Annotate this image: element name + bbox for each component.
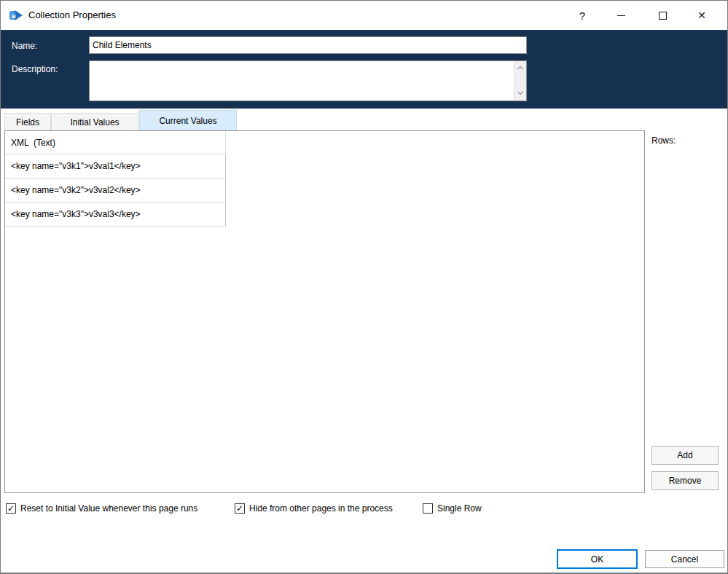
maximize-icon bbox=[659, 12, 667, 20]
checkbox-single-row[interactable]: Single Row bbox=[423, 503, 482, 514]
title-bar: B Collection Properties ? ✕ bbox=[1, 1, 727, 30]
rows-label: Rows: bbox=[651, 135, 676, 146]
column-header[interactable]: XML (Text) bbox=[5, 131, 226, 154]
minimize-icon bbox=[617, 15, 625, 16]
grid-row[interactable]: <key name="v3k2">v3val2</key> bbox=[5, 178, 226, 203]
current-values-grid: XML (Text) <key name="v3k1">v3val1</key>… bbox=[4, 130, 645, 493]
tab-fields[interactable]: Fields bbox=[4, 113, 51, 130]
svg-text:B: B bbox=[12, 13, 16, 20]
minimize-button[interactable] bbox=[603, 1, 639, 30]
checkbox-reset-to-initial-value[interactable]: ✓ Reset to Initial Value whenever this p… bbox=[6, 503, 197, 514]
tab-initial-values[interactable]: Initial Values bbox=[51, 113, 138, 130]
maximize-button[interactable] bbox=[644, 1, 681, 30]
grid-row[interactable]: <key name="v3k1">v3val1</key> bbox=[5, 154, 226, 178]
help-icon: ? bbox=[579, 9, 585, 22]
tab-label: Fields bbox=[16, 117, 39, 127]
properties-header: Name: Description: bbox=[1, 30, 727, 109]
help-button[interactable]: ? bbox=[564, 1, 600, 30]
name-label: Name: bbox=[12, 41, 37, 51]
cancel-button[interactable]: Cancel bbox=[645, 550, 724, 568]
app-logo-icon: B bbox=[9, 8, 23, 23]
collection-properties-dialog: B Collection Properties ? ✕ Name: Descri… bbox=[0, 0, 728, 574]
checkbox-label: Reset to Initial Value whenever this pag… bbox=[20, 503, 197, 514]
tab-strip: Fields Initial Values Current Values bbox=[1, 109, 727, 130]
checkbox-label: Hide from other pages in the process bbox=[249, 503, 393, 514]
tab-label: Initial Values bbox=[70, 117, 119, 127]
xml-column: XML (Text) <key name="v3k1">v3val1</key>… bbox=[5, 131, 226, 227]
tab-label: Current Values bbox=[159, 116, 216, 126]
checkbox-icon[interactable]: ✓ bbox=[6, 503, 16, 514]
options-row: ✓ Reset to Initial Value whenever this p… bbox=[1, 503, 727, 519]
checkbox-label: Single Row bbox=[437, 503, 482, 514]
checkbox-icon[interactable] bbox=[423, 503, 433, 514]
description-label: Description: bbox=[12, 64, 58, 74]
window-title: Collection Properties bbox=[28, 9, 116, 20]
remove-button[interactable]: Remove bbox=[651, 471, 719, 490]
name-input[interactable] bbox=[89, 36, 527, 54]
description-input[interactable] bbox=[89, 60, 527, 101]
scroll-down-icon[interactable] bbox=[518, 90, 523, 95]
close-icon: ✕ bbox=[697, 9, 706, 21]
checkbox-icon[interactable]: ✓ bbox=[235, 503, 245, 514]
grid-row[interactable]: <key name="v3k3">v3val3</key> bbox=[5, 203, 226, 227]
scroll-up-icon[interactable] bbox=[518, 67, 523, 72]
ok-button[interactable]: OK bbox=[557, 549, 638, 569]
tab-current-values[interactable]: Current Values bbox=[139, 110, 237, 130]
checkbox-hide-from-other-pages[interactable]: ✓ Hide from other pages in the process bbox=[235, 503, 393, 514]
description-scrollbar[interactable] bbox=[514, 61, 526, 101]
add-button[interactable]: Add bbox=[651, 446, 719, 465]
close-button[interactable]: ✕ bbox=[684, 1, 720, 30]
